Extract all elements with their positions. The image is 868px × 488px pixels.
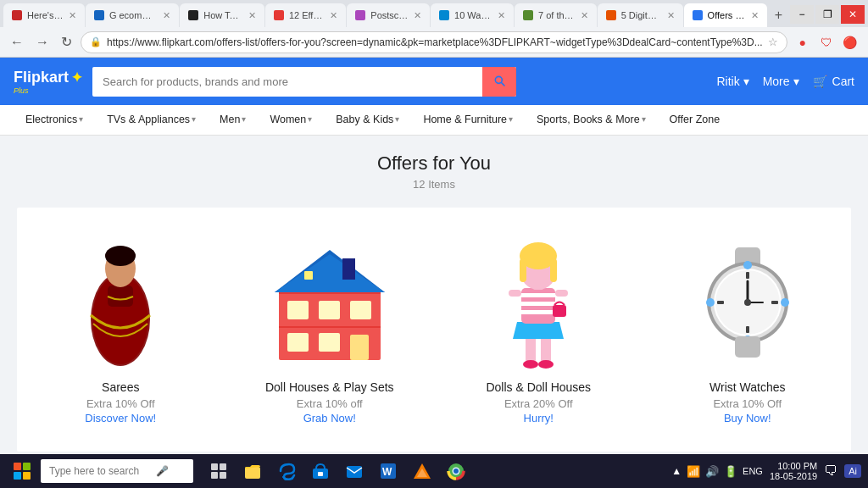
- cat-tvs-appliances[interactable]: TVs & Appliances▾: [95, 105, 208, 136]
- tab-close-flipkart[interactable]: ✕: [751, 10, 759, 21]
- browser-action-1[interactable]: 🔴: [840, 32, 860, 53]
- cart-button[interactable]: 🛒 Cart: [813, 75, 854, 88]
- product-action-sarees[interactable]: Discover Now!: [85, 412, 156, 424]
- user-account-button[interactable]: Ritik ▾: [716, 75, 748, 88]
- dollhouse-svg: [270, 241, 389, 364]
- tab-7best[interactable]: 7 of the B... ✕: [515, 3, 597, 27]
- cat-sports-books[interactable]: Sports, Books & More▾: [525, 105, 658, 136]
- search-input[interactable]: [92, 69, 482, 95]
- address-bar[interactable]: 🔒 https://www.flipkart.com/offers-list/o…: [81, 31, 787, 53]
- tab-postscript[interactable]: Postscript... ✕: [347, 3, 430, 27]
- taskbar-time-display: 10:00 PM: [770, 461, 817, 471]
- tab-google[interactable]: G ecommerc... ✕: [86, 3, 179, 27]
- bookmark-star-icon[interactable]: ☆: [768, 36, 778, 48]
- browser-action-2[interactable]: ●: [864, 32, 868, 53]
- notification-icon[interactable]: 🗨: [824, 463, 837, 479]
- start-button[interactable]: [7, 459, 37, 483]
- cat-offer-zone[interactable]: Offer Zone: [658, 105, 732, 136]
- ai-label[interactable]: Ai: [844, 464, 861, 478]
- tab-close-5dig[interactable]: ✕: [667, 10, 675, 21]
- minimize-button[interactable]: −: [790, 5, 814, 24]
- tab-favicon-postscript: [355, 10, 365, 20]
- svg-marker-22: [513, 322, 564, 339]
- product-name-dolls: Dolls & Doll Houses: [486, 380, 591, 394]
- product-offer-watches: Extra 10% Off: [713, 397, 782, 410]
- mail-icon: [345, 462, 364, 480]
- tab-close-12eff[interactable]: ✕: [330, 10, 337, 21]
- vlc-app[interactable]: [407, 456, 437, 486]
- win-logo-green: [23, 463, 31, 470]
- word-icon: W: [379, 462, 398, 480]
- tab-12eff[interactable]: 12 Effecti... ✕: [265, 3, 346, 27]
- tab-close-gmail[interactable]: ✕: [69, 10, 76, 21]
- reload-button[interactable]: ↻: [58, 32, 75, 52]
- tab-gmail[interactable]: Here's yo... ✕: [3, 3, 85, 27]
- taskbar-clock[interactable]: 10:00 PM 18-05-2019: [770, 461, 817, 481]
- cat-men-arrow: ▾: [242, 114, 246, 124]
- svg-rect-73: [220, 472, 226, 479]
- cat-men[interactable]: Men▾: [208, 105, 258, 136]
- tab-close-howtodraw[interactable]: ✕: [248, 10, 256, 21]
- taskbar-apps: W: [203, 456, 471, 486]
- close-button[interactable]: ✕: [841, 5, 865, 24]
- product-card-watches[interactable]: Wrist Watches Extra 10% Off Buy Now!: [644, 221, 852, 438]
- extensions-button[interactable]: ●: [793, 32, 813, 53]
- search-bar[interactable]: [92, 67, 516, 97]
- search-button[interactable]: [482, 67, 516, 97]
- tab-10ways[interactable]: 10 Ways t... ✕: [431, 3, 514, 27]
- tab-favicon-10ways: [439, 10, 449, 20]
- tab-flipkart[interactable]: Offers For... ✕: [684, 3, 767, 27]
- taskbar-search-input[interactable]: [49, 465, 151, 477]
- tab-close-postscript[interactable]: ✕: [414, 10, 421, 21]
- store-app[interactable]: [305, 456, 336, 486]
- product-action-dolls[interactable]: Hurry!: [524, 412, 554, 424]
- address-text: https://www.flipkart.com/offers-list/off…: [107, 36, 763, 48]
- product-action-dollhouses[interactable]: Grab Now!: [303, 412, 356, 424]
- file-explorer-app[interactable]: [237, 456, 268, 486]
- svg-marker-9: [275, 254, 385, 292]
- forward-button[interactable]: →: [32, 33, 53, 52]
- edge-browser-app[interactable]: [271, 456, 302, 486]
- product-name-sarees: Sarees: [102, 380, 139, 394]
- tab-5dig[interactable]: 5 Digital M... ✕: [598, 3, 683, 27]
- tab-close-7best[interactable]: ✕: [581, 10, 588, 21]
- more-button[interactable]: More ▾: [763, 75, 799, 88]
- saree-svg: [78, 239, 163, 366]
- cat-baby-kids[interactable]: Baby & Kids▾: [324, 105, 411, 136]
- microphone-icon[interactable]: 🎤: [156, 465, 169, 477]
- tab-close-google[interactable]: ✕: [163, 10, 170, 21]
- cat-home-furniture[interactable]: Home & Furniture▾: [411, 105, 525, 136]
- tab-howtodraw[interactable]: How To Dr... ✕: [180, 3, 264, 27]
- product-action-watches[interactable]: Buy Now!: [724, 412, 771, 424]
- add-tab-button[interactable]: +: [768, 3, 789, 27]
- flipkart-plus-label: Plus: [14, 86, 29, 95]
- win-logo-yellow: [23, 472, 31, 480]
- vlc-icon: [413, 462, 431, 480]
- cat-tvs-arrow: ▾: [192, 114, 196, 124]
- tab-label-12eff: 12 Effecti...: [289, 10, 325, 20]
- chrome-app[interactable]: [441, 456, 471, 486]
- product-card-sarees[interactable]: Sarees Extra 10% Off Discover Now!: [17, 221, 225, 438]
- back-button[interactable]: ←: [7, 33, 27, 52]
- volume-icon[interactable]: 🔊: [705, 465, 719, 478]
- tray-expand-icon[interactable]: ▲: [671, 465, 682, 477]
- svg-rect-43: [771, 301, 778, 304]
- tab-label-gmail: Here's yo...: [27, 10, 64, 20]
- product-card-dollhouses[interactable]: Doll Houses & Play Sets Extra 10% off Gr…: [226, 221, 434, 438]
- mail-app[interactable]: [339, 456, 370, 486]
- product-card-dolls[interactable]: Dolls & Doll Houses Extra 20% Off Hurry!: [435, 221, 643, 438]
- word-app[interactable]: W: [373, 456, 403, 486]
- flipkart-logo[interactable]: Flipkart ✦ Plus: [14, 69, 82, 95]
- svg-point-21: [538, 360, 554, 369]
- tab-close-10ways[interactable]: ✕: [498, 10, 505, 21]
- maximize-button[interactable]: ❐: [815, 5, 839, 24]
- svg-rect-77: [347, 466, 362, 478]
- task-view-button[interactable]: [203, 456, 234, 486]
- adblock-button[interactable]: 🛡: [816, 32, 837, 53]
- cat-electronics[interactable]: Electronics▾: [14, 105, 95, 136]
- svg-rect-7: [279, 326, 381, 328]
- more-label: More: [763, 75, 790, 88]
- cat-electronics-arrow: ▾: [79, 114, 83, 124]
- cat-women[interactable]: Women▾: [258, 105, 324, 136]
- taskbar-search[interactable]: 🎤: [41, 459, 193, 483]
